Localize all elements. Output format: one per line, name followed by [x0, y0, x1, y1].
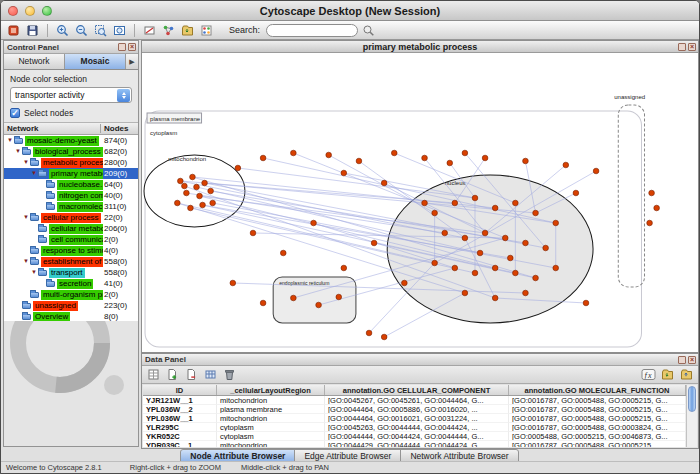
graph-node[interactable]: [235, 165, 241, 171]
graph-node[interactable]: [472, 195, 478, 201]
graph-node[interactable]: [647, 220, 653, 226]
table-scrollbar[interactable]: [686, 385, 697, 447]
zoom-window-button[interactable]: [42, 6, 52, 16]
graph-node[interactable]: [188, 205, 194, 211]
graph-node[interactable]: [381, 180, 387, 186]
graph-node[interactable]: [326, 152, 332, 158]
save-session-icon[interactable]: [24, 22, 41, 38]
graph-node[interactable]: [371, 240, 377, 246]
graph-node[interactable]: [462, 290, 468, 296]
graph-node[interactable]: [280, 250, 286, 256]
graph-node[interactable]: [178, 178, 184, 184]
table-row[interactable]: YPL036W__1mitochondrion[GO:0044464, GO:0…: [143, 414, 687, 423]
tree-row[interactable]: multi-organism pro...2(0): [4, 289, 138, 300]
graph-node[interactable]: [482, 230, 488, 236]
expand-toggle-icon[interactable]: ▼: [22, 256, 30, 267]
graph-node[interactable]: [194, 184, 200, 190]
tree-row[interactable]: nucleobase...64(0): [4, 179, 138, 190]
graph-node[interactable]: [250, 230, 256, 236]
graph-node[interactable]: [523, 240, 529, 246]
tab-network[interactable]: Network: [4, 54, 65, 69]
graph-node[interactable]: [513, 270, 519, 276]
graph-node[interactable]: [336, 294, 342, 300]
graph-node[interactable]: [654, 205, 660, 211]
tab-mosaic[interactable]: Mosaic: [65, 54, 126, 69]
graph-node[interactable]: [311, 220, 317, 226]
attribute-dropdown[interactable]: transporter activity: [10, 87, 132, 103]
graph-node[interactable]: [442, 230, 448, 236]
graph-node[interactable]: [316, 302, 322, 308]
graph-node[interactable]: [492, 265, 498, 271]
import-attributes-icon[interactable]: [659, 367, 676, 383]
graph-node[interactable]: [291, 150, 297, 156]
import-network-icon[interactable]: [179, 22, 196, 38]
tab-overflow-arrow-icon[interactable]: ▶: [126, 54, 138, 69]
graph-node[interactable]: [563, 162, 569, 168]
hide-selected-icon[interactable]: [141, 22, 158, 38]
float-data-panel-icon[interactable]: [678, 356, 686, 364]
export-attributes-icon[interactable]: [678, 367, 695, 383]
network-view-titlebar[interactable]: primary metabolic process ×: [142, 41, 698, 53]
graph-node[interactable]: [507, 255, 513, 261]
graph-node[interactable]: [197, 193, 203, 199]
expand-toggle-icon[interactable]: ▼: [22, 212, 30, 223]
attribute-grid-icon[interactable]: [202, 367, 219, 383]
graph-node[interactable]: [452, 265, 458, 271]
graph-node[interactable]: [553, 265, 559, 271]
tree-row[interactable]: ▼metabolic process280(0): [4, 157, 138, 168]
graph-node[interactable]: [366, 330, 372, 336]
select-attributes-icon[interactable]: [145, 367, 162, 383]
graph-node[interactable]: [649, 190, 655, 196]
graph-node[interactable]: [200, 202, 206, 208]
create-attribute-icon[interactable]: [164, 367, 181, 383]
graph-node[interactable]: [432, 210, 438, 216]
tree-row[interactable]: ▼primary metabolic...209(0): [4, 168, 138, 179]
vizmapper-icon[interactable]: [198, 22, 215, 38]
tree-row[interactable]: secretion41(0): [4, 278, 138, 289]
column-header[interactable]: annotation.GO CELLULAR_COMPONENT: [325, 385, 509, 395]
graph-node[interactable]: [210, 200, 216, 206]
graph-node[interactable]: [182, 183, 188, 189]
expand-toggle-icon[interactable]: ▼: [30, 168, 38, 179]
close-data-panel-icon[interactable]: ×: [688, 356, 696, 364]
zoom-fit-icon[interactable]: [111, 22, 128, 38]
zoom-in-icon[interactable]: [54, 22, 71, 38]
close-panel-icon[interactable]: ×: [128, 43, 136, 51]
graph-node[interactable]: [573, 190, 579, 196]
column-header[interactable]: annotation.GO MOLECULAR_FUNCTION: [509, 385, 686, 395]
graph-node[interactable]: [381, 334, 387, 340]
tree-row[interactable]: response to stimul...4(0): [4, 245, 138, 256]
graph-node[interactable]: [391, 150, 397, 156]
expand-toggle-icon[interactable]: ▼: [30, 267, 38, 278]
tree-row[interactable]: unassigned223(0): [4, 300, 138, 311]
graph-node[interactable]: [482, 155, 488, 161]
tree-row[interactable]: ▼transport558(0): [4, 267, 138, 278]
expand-toggle-icon[interactable]: ▼: [6, 135, 14, 146]
graph-node[interactable]: [462, 235, 468, 241]
float-panel-icon[interactable]: [118, 43, 126, 51]
attribute-table[interactable]: ID_cellularLayoutRegionannotation.GO CEL…: [143, 385, 687, 447]
table-row[interactable]: YJR121W__1mitochondrion[GO:0045267, GO:0…: [143, 396, 687, 405]
search-input[interactable]: [266, 24, 358, 37]
graph-node[interactable]: [492, 205, 498, 211]
network-canvas[interactable]: plasma membranecytoplasmmitochondrionnuc…: [142, 53, 698, 352]
table-row[interactable]: YDR039C__1mitochondrion[GO:0044429, GO:0…: [143, 441, 687, 447]
new-session-icon[interactable]: [5, 22, 22, 38]
graph-node[interactable]: [583, 300, 589, 306]
graph-node[interactable]: [447, 160, 453, 166]
column-header[interactable]: ID: [143, 385, 217, 395]
expand-toggle-icon[interactable]: ▼: [22, 157, 30, 168]
graph-node[interactable]: [190, 174, 196, 180]
graph-node[interactable]: [462, 150, 468, 156]
minimize-window-button[interactable]: [25, 6, 35, 16]
graph-node[interactable]: [422, 200, 428, 206]
tree-row[interactable]: cell communicati...2(0): [4, 234, 138, 245]
tree-row[interactable]: nitrogen compou...40(0): [4, 190, 138, 201]
network-overview-icon[interactable]: [160, 22, 177, 38]
graph-node[interactable]: [230, 280, 236, 286]
graph-node[interactable]: [260, 300, 266, 306]
graph-node[interactable]: [260, 155, 266, 161]
graph-node[interactable]: [553, 220, 559, 226]
tree-row[interactable]: ▼mosaic-demo-yeast874(0): [4, 135, 138, 146]
tree-row[interactable]: ▼biological_process682(0): [4, 146, 138, 157]
